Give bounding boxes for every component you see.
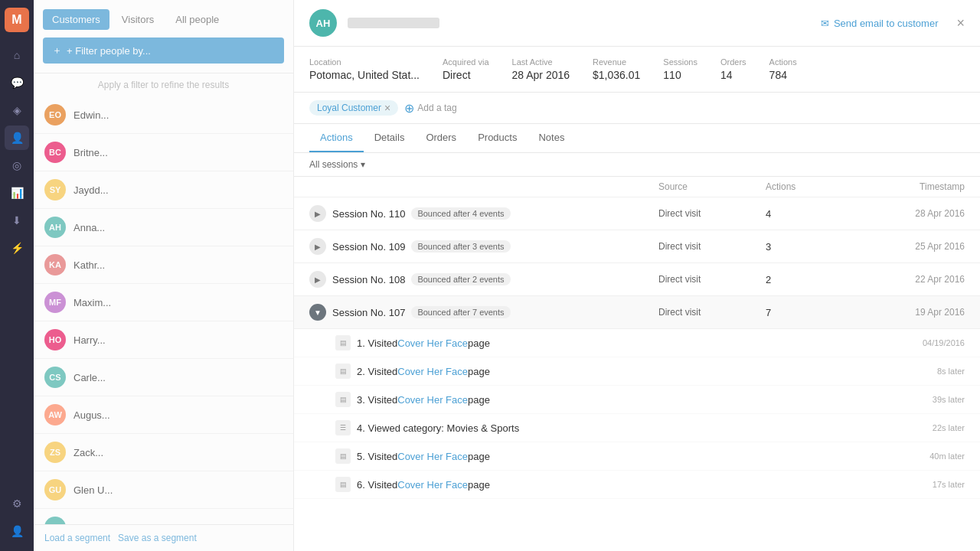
col-session [309,181,658,192]
table-row[interactable]: ▶ Session No. 110 Bounced after 4 events… [294,197,980,230]
action-row: ▤ 5. Visited Cover Her Face page 40m lat… [294,442,980,471]
sidebar-user-bottom-icon[interactable]: 👤 [5,519,29,543]
list-item[interactable]: SYJaydd... [34,171,293,209]
drawer-tabs: Actions Details Orders Products Notes [294,124,980,153]
sidebar-chart-icon[interactable]: 📊 [5,181,29,205]
session-actions-count: 3 [766,241,842,253]
customer-avatar: AH [309,9,337,37]
stat-revenue-label: Revenue [593,57,640,67]
list-item[interactable]: AWAugus... [34,396,293,434]
list-item[interactable]: KAKathr... [34,246,293,284]
session-name: ▼ Session No. 107 Bounced after 7 events [309,304,658,321]
all-sessions-filter[interactable]: All sessions ▾ [309,159,365,170]
customer-drawer: AH ✉ Send email to customer × Location P… [294,0,980,551]
action-timestamp: 39s later [842,395,965,404]
list-item[interactable]: BCBritne... [34,134,293,171]
session-badge: Bounced after 4 events [411,207,510,220]
table-row[interactable]: ▶ Session No. 109 Bounced after 3 events… [294,230,980,263]
sidebar-activity-icon[interactable]: ◈ [5,98,29,122]
action-timestamp: 40m later [842,452,965,461]
action-prefix: 5. Visited [357,451,397,462]
plus-circle-icon: ⊕ [404,101,414,116]
action-link[interactable]: Cover Her Face [397,479,468,491]
tab-customers[interactable]: Customers [43,9,109,30]
sidebar-people-icon[interactable]: 👤 [5,126,29,150]
stat-acquired-value: Direct [443,69,489,81]
close-button[interactable]: × [956,15,965,31]
session-name: ▶ Session No. 110 Bounced after 4 events [309,205,658,222]
table-row[interactable]: ▼ Session No. 107 Bounced after 7 events… [294,296,980,329]
action-row: ☰ 4. Viewed category: Movies & Sports 22… [294,414,980,442]
session-timestamp: 19 Apr 2016 [842,307,965,318]
table-headers: Source Actions Timestamp [294,177,980,197]
avatar: HO [44,329,66,350]
sidebar-home-icon[interactable]: ⌂ [5,43,29,67]
customer-name: Edwin... [74,109,109,121]
list-item[interactable]: JGJuver... [34,509,293,524]
customer-name: Glen U... [74,484,113,496]
tab-all-people[interactable]: All people [166,9,228,30]
action-timestamp: 17s later [842,480,965,489]
session-expand-icon: ▼ [309,304,326,321]
tag-remove-button[interactable]: × [384,103,390,113]
action-link[interactable]: Cover Her Face [397,394,468,406]
stat-sessions: Sessions 110 [663,57,697,81]
list-item[interactable]: GUGlen U... [34,471,293,509]
session-label: Session No. 110 [332,208,405,220]
list-item[interactable]: HOHarry... [34,321,293,359]
tab-orders[interactable]: Orders [415,124,467,152]
stat-location-value: Potomac, United Stat... [309,69,420,81]
customer-name: Britne... [74,147,108,158]
page-icon: ▤ [335,392,351,407]
session-source: Direct visit [658,307,766,318]
list-item[interactable]: MFMaxim... [34,284,293,321]
session-expand-icon: ▶ [309,238,326,255]
tab-notes[interactable]: Notes [528,124,575,152]
tab-details[interactable]: Details [364,124,416,152]
panel-tabs: Customers Visitors All people [43,9,284,30]
sidebar-tag-icon[interactable]: ⬇ [5,208,29,233]
save-segment-link[interactable]: Save as a segment [118,533,197,543]
add-tag-button[interactable]: ⊕ Add a tag [404,101,456,116]
sessions-filter-row: All sessions ▾ [294,153,980,177]
list-item[interactable]: ZSZack... [34,434,293,471]
sidebar-globe-icon[interactable]: ◎ [5,153,29,178]
logo-text: M [11,13,21,27]
sidebar-chat-icon[interactable]: 💬 [5,70,29,95]
customer-name-blurred [348,18,439,28]
session-label: Session No. 109 [332,241,405,253]
sidebar: M ⌂ 💬 ◈ 👤 ◎ 📊 ⬇ ⚡ ⚙ 👤 [0,0,34,551]
session-source: Direct visit [658,241,766,252]
tab-actions[interactable]: Actions [309,124,364,152]
sidebar-settings-icon[interactable]: ⚙ [5,491,29,516]
tag-label: Loyal Customer [317,103,381,113]
action-link[interactable]: Cover Her Face [397,366,468,377]
sidebar-funnel-icon[interactable]: ⚡ [5,236,29,260]
session-actions-count: 4 [766,208,842,220]
list-item[interactable]: EOEdwin... [34,96,293,134]
action-link[interactable]: Cover Her Face [397,337,468,349]
send-email-button[interactable]: ✉ Send email to customer [821,18,939,29]
filter-button-label: + Filter people by... [67,45,151,57]
filter-hint: Apply a filter to refine the results [34,73,293,96]
tab-products[interactable]: Products [467,124,528,152]
stat-revenue-value: $1,036.01 [593,69,640,81]
tag-loyal-customer: Loyal Customer × [309,100,398,116]
session-timestamp: 22 Apr 2016 [842,274,965,285]
action-link[interactable]: Cover Her Face [397,451,468,462]
list-item[interactable]: AHAnna... [34,209,293,246]
stat-location: Location Potomac, United Stat... [309,57,420,81]
list-item[interactable]: CSCarle... [34,359,293,396]
avatar: AH [44,217,66,238]
action-text: ▤ 6. Visited Cover Her Face page [335,477,842,492]
col-timestamp: Timestamp [842,181,965,192]
load-segment-link[interactable]: Load a segment [44,533,110,543]
customer-panel: Customers Visitors All people ＋ + Filter… [34,0,294,551]
tab-visitors[interactable]: Visitors [113,9,163,30]
action-suffix: page [468,479,490,491]
session-expand-icon: ▶ [309,271,326,288]
filter-people-button[interactable]: ＋ + Filter people by... [43,37,284,64]
table-row[interactable]: ▶ Session No. 108 Bounced after 2 events… [294,263,980,296]
session-actions-count: 2 [766,274,842,285]
avatar: EO [44,104,66,126]
